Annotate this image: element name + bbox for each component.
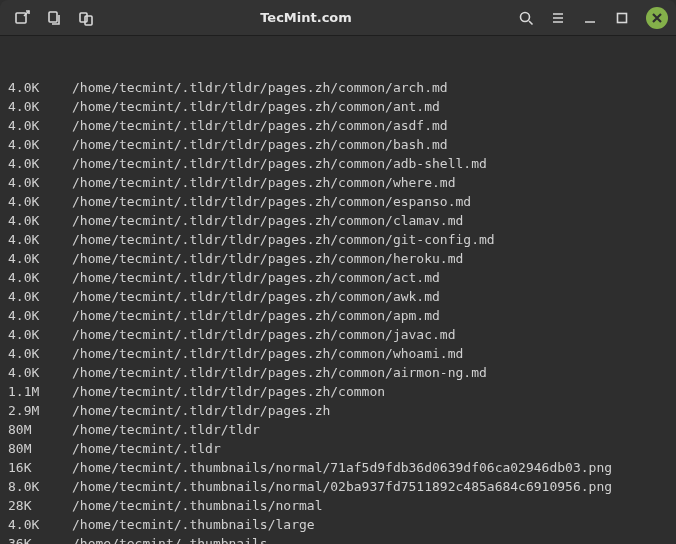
- paste-button[interactable]: [72, 4, 100, 32]
- path-cell: /home/tecmint/.tldr/tldr/pages.zh/common…: [72, 232, 495, 247]
- listing-row: 4.0K/home/tecmint/.tldr/tldr/pages.zh/co…: [8, 78, 668, 97]
- listing-row: 4.0K/home/tecmint/.tldr/tldr/pages.zh/co…: [8, 192, 668, 211]
- titlebar-left: [8, 4, 100, 32]
- path-cell: /home/tecmint/.tldr/tldr/pages.zh: [72, 403, 330, 418]
- path-cell: /home/tecmint/.tldr/tldr/pages.zh/common…: [72, 194, 471, 209]
- new-tab-icon: [14, 10, 30, 26]
- path-cell: /home/tecmint/.tldr/tldr/pages.zh/common…: [72, 270, 440, 285]
- size-cell: 4.0K: [8, 249, 72, 268]
- path-cell: /home/tecmint/.tldr/tldr/pages.zh/common…: [72, 80, 448, 95]
- size-cell: 4.0K: [8, 363, 72, 382]
- path-cell: /home/tecmint/.tldr: [72, 441, 221, 456]
- listing-row: 4.0K/home/tecmint/.tldr/tldr/pages.zh/co…: [8, 173, 668, 192]
- close-icon: [652, 13, 662, 23]
- size-cell: 4.0K: [8, 211, 72, 230]
- listing-row: 4.0K/home/tecmint/.tldr/tldr/pages.zh/co…: [8, 325, 668, 344]
- listing-row: 4.0K/home/tecmint/.tldr/tldr/pages.zh/co…: [8, 363, 668, 382]
- window-title: TecMint.com: [100, 10, 512, 25]
- minimize-button[interactable]: [576, 4, 604, 32]
- maximize-icon: [614, 10, 630, 26]
- size-cell: 16K: [8, 458, 72, 477]
- listing-row: 4.0K/home/tecmint/.tldr/tldr/pages.zh/co…: [8, 306, 668, 325]
- size-cell: 4.0K: [8, 287, 72, 306]
- paste-icon: [78, 10, 94, 26]
- listing-row: 1.1M/home/tecmint/.tldr/tldr/pages.zh/co…: [8, 382, 668, 401]
- menu-button[interactable]: [544, 4, 572, 32]
- listing-row: 28K/home/tecmint/.thumbnails/normal: [8, 496, 668, 515]
- path-cell: /home/tecmint/.tldr/tldr/pages.zh/common…: [72, 327, 456, 342]
- svg-rect-1: [49, 12, 57, 22]
- path-cell: /home/tecmint/.tldr/tldr/pages.zh/common…: [72, 213, 463, 228]
- path-cell: /home/tecmint/.tldr/tldr/pages.zh/common: [72, 384, 385, 399]
- size-cell: 8.0K: [8, 477, 72, 496]
- listing-row: 4.0K/home/tecmint/.tldr/tldr/pages.zh/co…: [8, 344, 668, 363]
- listing-row: 4.0K/home/tecmint/.tldr/tldr/pages.zh/co…: [8, 249, 668, 268]
- size-cell: 4.0K: [8, 135, 72, 154]
- listing-row: 4.0K/home/tecmint/.tldr/tldr/pages.zh/co…: [8, 211, 668, 230]
- listing-row: 4.0K/home/tecmint/.tldr/tldr/pages.zh/co…: [8, 97, 668, 116]
- listing-row: 4.0K/home/tecmint/.tldr/tldr/pages.zh/co…: [8, 154, 668, 173]
- listing-row: 4.0K/home/tecmint/.tldr/tldr/pages.zh/co…: [8, 135, 668, 154]
- listing-row: 80M/home/tecmint/.tldr/tldr: [8, 420, 668, 439]
- path-cell: /home/tecmint/.thumbnails/normal/02ba937…: [72, 479, 612, 494]
- path-cell: /home/tecmint/.thumbnails: [72, 536, 268, 544]
- svg-rect-5: [618, 13, 627, 22]
- titlebar: TecMint.com: [0, 0, 676, 36]
- path-cell: /home/tecmint/.tldr/tldr/pages.zh/common…: [72, 365, 487, 380]
- path-cell: /home/tecmint/.thumbnails/large: [72, 517, 315, 532]
- size-cell: 2.9M: [8, 401, 72, 420]
- copy-button[interactable]: [40, 4, 68, 32]
- listing-row: 8.0K/home/tecmint/.thumbnails/normal/02b…: [8, 477, 668, 496]
- path-cell: /home/tecmint/.tldr/tldr/pages.zh/common…: [72, 346, 463, 361]
- path-cell: /home/tecmint/.tldr/tldr/pages.zh/common…: [72, 99, 440, 114]
- size-cell: 4.0K: [8, 515, 72, 534]
- listing-row: 80M/home/tecmint/.tldr: [8, 439, 668, 458]
- size-cell: 80M: [8, 439, 72, 458]
- svg-point-4: [521, 12, 530, 21]
- minimize-icon: [582, 10, 598, 26]
- size-cell: 4.0K: [8, 268, 72, 287]
- listing-row: 4.0K/home/tecmint/.tldr/tldr/pages.zh/co…: [8, 230, 668, 249]
- path-cell: /home/tecmint/.tldr/tldr/pages.zh/common…: [72, 308, 440, 323]
- titlebar-right: [512, 4, 668, 32]
- close-button[interactable]: [646, 7, 668, 29]
- listing-row: 4.0K/home/tecmint/.thumbnails/large: [8, 515, 668, 534]
- svg-rect-3: [85, 16, 92, 25]
- new-tab-button[interactable]: [8, 4, 36, 32]
- path-cell: /home/tecmint/.thumbnails/normal: [72, 498, 322, 513]
- size-cell: 4.0K: [8, 325, 72, 344]
- maximize-button[interactable]: [608, 4, 636, 32]
- size-cell: 4.0K: [8, 192, 72, 211]
- du-listing: 4.0K/home/tecmint/.tldr/tldr/pages.zh/co…: [8, 78, 668, 544]
- menu-icon: [550, 10, 566, 26]
- size-cell: 80M: [8, 420, 72, 439]
- path-cell: /home/tecmint/.tldr/tldr/pages.zh/common…: [72, 118, 448, 133]
- terminal-output[interactable]: 4.0K/home/tecmint/.tldr/tldr/pages.zh/co…: [0, 36, 676, 544]
- listing-row: 36K/home/tecmint/.thumbnails: [8, 534, 668, 544]
- listing-row: 2.9M/home/tecmint/.tldr/tldr/pages.zh: [8, 401, 668, 420]
- path-cell: /home/tecmint/.tldr/tldr/pages.zh/common…: [72, 175, 456, 190]
- size-cell: 28K: [8, 496, 72, 515]
- path-cell: /home/tecmint/.tldr/tldr/pages.zh/common…: [72, 156, 487, 171]
- copy-icon: [46, 10, 62, 26]
- path-cell: /home/tecmint/.thumbnails/normal/71af5d9…: [72, 460, 612, 475]
- path-cell: /home/tecmint/.tldr/tldr: [72, 422, 260, 437]
- size-cell: 4.0K: [8, 116, 72, 135]
- svg-rect-2: [80, 13, 87, 22]
- listing-row: 4.0K/home/tecmint/.tldr/tldr/pages.zh/co…: [8, 116, 668, 135]
- size-cell: 4.0K: [8, 173, 72, 192]
- size-cell: 4.0K: [8, 306, 72, 325]
- size-cell: 4.0K: [8, 154, 72, 173]
- path-cell: /home/tecmint/.tldr/tldr/pages.zh/common…: [72, 251, 463, 266]
- size-cell: 4.0K: [8, 78, 72, 97]
- search-button[interactable]: [512, 4, 540, 32]
- size-cell: 4.0K: [8, 344, 72, 363]
- listing-row: 4.0K/home/tecmint/.tldr/tldr/pages.zh/co…: [8, 268, 668, 287]
- path-cell: /home/tecmint/.tldr/tldr/pages.zh/common…: [72, 137, 448, 152]
- size-cell: 36K: [8, 534, 72, 544]
- size-cell: 4.0K: [8, 97, 72, 116]
- size-cell: 4.0K: [8, 230, 72, 249]
- path-cell: /home/tecmint/.tldr/tldr/pages.zh/common…: [72, 289, 440, 304]
- search-icon: [518, 10, 534, 26]
- listing-row: 4.0K/home/tecmint/.tldr/tldr/pages.zh/co…: [8, 287, 668, 306]
